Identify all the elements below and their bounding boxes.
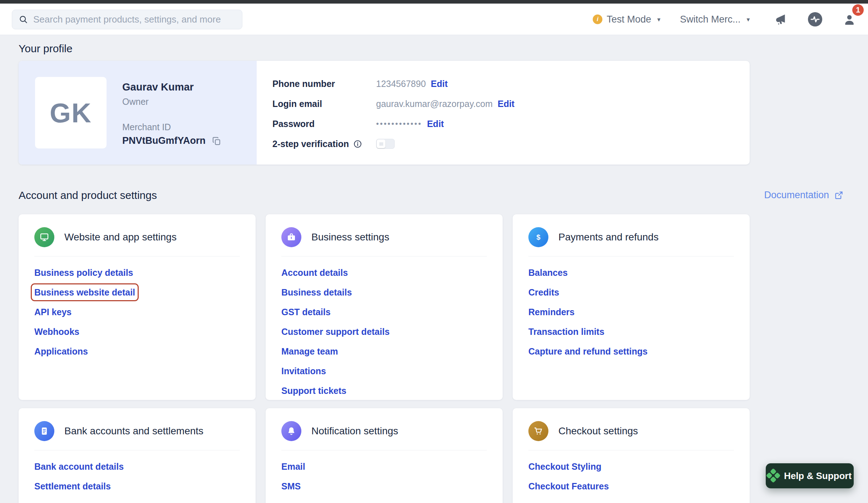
toggle-knob — [377, 140, 385, 148]
global-search[interactable] — [12, 10, 242, 29]
card-title: Business settings — [311, 231, 389, 243]
phone-value: 1234567890 — [376, 79, 426, 89]
link-balances[interactable]: Balances — [528, 267, 568, 278]
link-capture-and-refund-settings[interactable]: Capture and refund settings — [528, 346, 647, 357]
link-support-tickets[interactable]: Support tickets — [281, 385, 346, 396]
info-icon — [353, 140, 362, 148]
test-mode-dropdown[interactable]: i Test Mode ▼ — [593, 14, 661, 25]
password-row: Password •••••••••••• Edit — [272, 114, 750, 134]
link-settlement-details[interactable]: Settlement details — [34, 481, 111, 492]
edit-password-link[interactable]: Edit — [427, 119, 444, 129]
chevron-down-icon: ▼ — [656, 16, 662, 22]
bell-icon — [281, 421, 301, 441]
card-title: Checkout settings — [558, 425, 638, 437]
dollar-icon: $ — [528, 227, 548, 247]
link-transaction-limits[interactable]: Transaction limits — [528, 326, 605, 337]
link-account-details[interactable]: Account details — [281, 267, 348, 278]
link-api-keys[interactable]: API keys — [34, 307, 71, 317]
notification-badge: 1 — [852, 4, 864, 16]
password-masked-value: •••••••••••• — [376, 119, 422, 128]
test-mode-label: Test Mode — [607, 14, 651, 25]
monitor-icon — [34, 227, 54, 247]
help-support-label: Help & Support — [784, 470, 852, 482]
settings-cards-grid: Website and app settings Business policy… — [19, 214, 750, 503]
copy-icon[interactable] — [211, 136, 222, 146]
main-content: Your profile GK Gaurav Kumar Owner Merch… — [0, 35, 868, 503]
documentation-label: Documentation — [764, 190, 829, 201]
document-icon — [34, 421, 54, 441]
profile-credentials-panel: Phone number 1234567890 Edit Login email… — [257, 61, 750, 165]
briefcase-icon — [281, 227, 301, 247]
edit-phone-link[interactable]: Edit — [431, 79, 448, 89]
switch-merchant-dropdown[interactable]: Switch Merc... ▼ — [680, 14, 751, 25]
card-title: Bank accounts and settlements — [64, 425, 203, 437]
window-top-strip — [0, 0, 868, 4]
card-notification-settings: Notification settings Email SMS — [266, 408, 503, 503]
card-website-and-app-settings: Website and app settings Business policy… — [19, 214, 256, 400]
card-checkout-settings: Checkout settings Checkout Styling Check… — [513, 408, 750, 503]
link-applications[interactable]: Applications — [34, 346, 88, 357]
clover-icon — [766, 468, 781, 483]
link-invitations[interactable]: Invitations — [281, 366, 326, 376]
switch-merchant-label: Switch Merc... — [680, 14, 741, 25]
card-title: Payments and refunds — [558, 231, 659, 243]
announcements-button[interactable] — [774, 13, 786, 26]
phone-row: Phone number 1234567890 Edit — [272, 74, 750, 94]
account-menu-button[interactable]: 1 — [842, 11, 857, 27]
email-value: gaurav.kumar@razorpay.com — [376, 99, 493, 109]
link-sms[interactable]: SMS — [281, 481, 301, 492]
two-step-row: 2-step verification — [272, 134, 750, 154]
avatar: GK — [35, 77, 107, 148]
link-checkout-features[interactable]: Checkout Features — [528, 481, 609, 492]
megaphone-icon — [774, 13, 786, 26]
card-title: Notification settings — [311, 425, 398, 437]
card-title: Website and app settings — [64, 231, 177, 243]
merchant-id-value: PNVtBuGmfYAorn — [122, 135, 206, 146]
link-customer-support-details[interactable]: Customer support details — [281, 326, 390, 337]
documentation-link[interactable]: Documentation — [764, 190, 844, 201]
help-support-button[interactable]: Help & Support — [766, 463, 854, 488]
activity-status-button[interactable] — [807, 11, 823, 27]
chevron-down-icon: ▼ — [746, 16, 751, 22]
link-webhooks[interactable]: Webhooks — [34, 326, 79, 337]
settings-section-title: Account and product settings — [19, 189, 157, 202]
link-business-policy-details[interactable]: Business policy details — [34, 267, 133, 278]
link-manage-team[interactable]: Manage team — [281, 346, 338, 357]
search-icon — [19, 15, 28, 24]
external-link-icon — [834, 190, 844, 200]
link-gst-details[interactable]: GST details — [281, 307, 331, 317]
email-row: Login email gaurav.kumar@razorpay.com Ed… — [272, 94, 750, 114]
profile-name: Gaurav Kumar — [122, 81, 222, 93]
profile-card: GK Gaurav Kumar Owner Merchant ID PNVtBu… — [19, 61, 750, 165]
email-label: Login email — [272, 99, 376, 109]
profile-identity-panel: GK Gaurav Kumar Owner Merchant ID PNVtBu… — [19, 61, 257, 165]
card-payments-and-refunds: $ Payments and refunds Balances Credits … — [513, 214, 750, 400]
top-bar: i Test Mode ▼ Switch Merc... ▼ — [0, 4, 868, 35]
profile-role: Owner — [122, 97, 222, 107]
merchant-id-label: Merchant ID — [122, 122, 222, 132]
page-title: Your profile — [19, 42, 844, 55]
edit-email-link[interactable]: Edit — [498, 99, 514, 109]
cart-icon — [528, 421, 548, 441]
test-mode-indicator-icon: i — [593, 14, 602, 24]
phone-label: Phone number — [272, 79, 376, 89]
link-checkout-styling[interactable]: Checkout Styling — [528, 461, 601, 472]
link-credits[interactable]: Credits — [528, 287, 559, 298]
link-email[interactable]: Email — [281, 461, 305, 472]
password-label: Password — [272, 119, 376, 129]
card-bank-accounts-and-settlements: Bank accounts and settlements Bank accou… — [19, 408, 256, 503]
two-step-label: 2-step verification — [272, 139, 349, 149]
two-step-toggle[interactable] — [376, 139, 395, 149]
search-input[interactable] — [33, 14, 236, 25]
link-bank-account-details[interactable]: Bank account details — [34, 461, 124, 472]
link-reminders[interactable]: Reminders — [528, 307, 574, 317]
pulse-icon — [807, 11, 823, 27]
card-business-settings: Business settings Account details Busine… — [266, 214, 503, 400]
link-business-details[interactable]: Business details — [281, 287, 352, 298]
svg-text:$: $ — [536, 233, 540, 241]
link-business-website-detail[interactable]: Business website detail — [34, 287, 135, 298]
